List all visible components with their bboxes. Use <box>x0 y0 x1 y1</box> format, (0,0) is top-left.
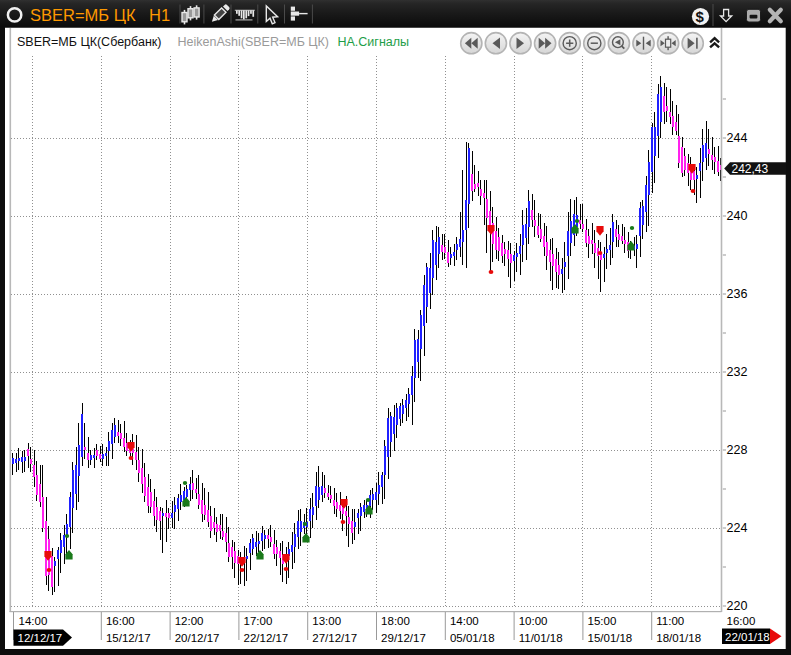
svg-text:11:00: 11:00 <box>656 615 684 627</box>
svg-text:240: 240 <box>727 209 748 223</box>
svg-text:SBER=МБ ЦК(Сбербанк): SBER=МБ ЦК(Сбербанк) <box>17 35 161 49</box>
svg-text:16:00: 16:00 <box>727 615 756 627</box>
svg-text:H1: H1 <box>149 6 170 24</box>
svg-text:244: 244 <box>727 131 748 145</box>
svg-text:SBER=МБ ЦК: SBER=МБ ЦК <box>30 6 136 24</box>
svg-text:05/01/18: 05/01/18 <box>450 632 495 644</box>
svg-text:22/12/17: 22/12/17 <box>244 632 289 644</box>
svg-text:10:00: 10:00 <box>519 615 548 627</box>
svg-text:$: $ <box>696 8 705 25</box>
svg-text:22/01/18: 22/01/18 <box>725 631 770 643</box>
svg-text:14:00: 14:00 <box>19 615 48 627</box>
svg-text:29/12/17: 29/12/17 <box>381 632 426 644</box>
svg-text:242,43: 242,43 <box>732 162 769 176</box>
svg-text:15:00: 15:00 <box>588 615 617 627</box>
svg-text:12/12/17: 12/12/17 <box>18 632 63 644</box>
svg-text:17:00: 17:00 <box>244 615 273 627</box>
svg-text:232: 232 <box>727 365 748 379</box>
svg-text:20/12/17: 20/12/17 <box>175 632 220 644</box>
svg-text:220: 220 <box>727 599 748 613</box>
svg-text:11/01/18: 11/01/18 <box>519 632 563 644</box>
svg-text:15/12/17: 15/12/17 <box>106 632 151 644</box>
svg-text:236: 236 <box>727 287 748 301</box>
svg-text:HeikenAshi(SBER=МБ ЦК): HeikenAshi(SBER=МБ ЦК) <box>178 35 330 49</box>
svg-text:15/01/18: 15/01/18 <box>588 632 633 644</box>
svg-text:13:00: 13:00 <box>312 615 341 627</box>
svg-text:12:00: 12:00 <box>175 615 204 627</box>
svg-text:224: 224 <box>727 521 748 535</box>
svg-text:18/01/18: 18/01/18 <box>656 632 701 644</box>
svg-text:16:00: 16:00 <box>106 615 135 627</box>
svg-text:228: 228 <box>727 443 748 457</box>
svg-text:18:00: 18:00 <box>381 615 410 627</box>
svg-text:14:00: 14:00 <box>450 615 479 627</box>
svg-text:27/12/17: 27/12/17 <box>312 632 357 644</box>
svg-text:НА.Сигналы: НА.Сигналы <box>338 35 410 49</box>
